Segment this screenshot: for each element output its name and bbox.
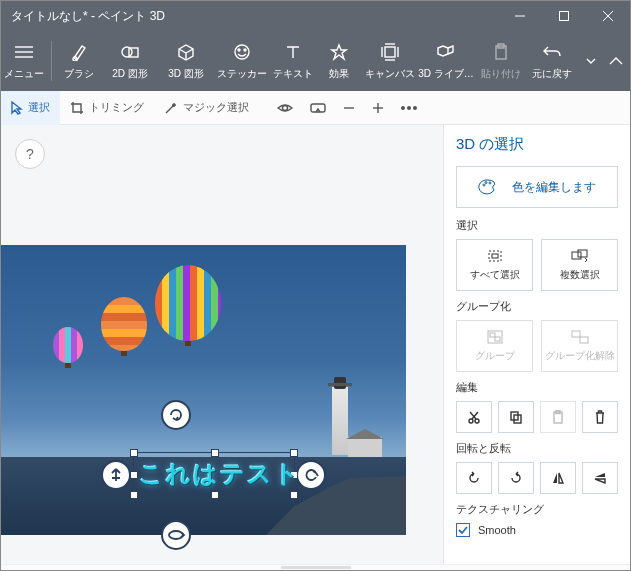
section-select-label: 選択 — [456, 218, 618, 233]
rotate-right-icon — [509, 471, 523, 485]
palette-icon — [478, 178, 498, 196]
section-rotate-label: 回転と反転 — [456, 441, 618, 456]
ribbon-more-dropdown[interactable] — [580, 31, 602, 91]
resize-handle-w[interactable] — [130, 471, 138, 479]
panel-title: 3D の選択 — [456, 135, 618, 154]
smooth-checkbox[interactable]: Smooth — [456, 523, 618, 537]
svg-point-27 — [414, 106, 417, 109]
depth-handle[interactable] — [101, 460, 131, 490]
tool-select[interactable]: 選択 — [1, 91, 60, 125]
ribbon-3d-shapes[interactable]: 3D 図形 — [158, 31, 214, 91]
ribbon-stickers[interactable]: ステッカー — [214, 31, 270, 91]
svg-point-41 — [469, 419, 473, 423]
tool-mixed-reality[interactable] — [310, 102, 326, 114]
svg-point-28 — [169, 531, 183, 539]
cut-button[interactable] — [456, 401, 492, 433]
rotate-left-button[interactable] — [456, 462, 492, 494]
ribbon: メニュー ブラシ 2D 図形 3D 図形 ステッカー テキスト 効果 — [1, 31, 630, 91]
paste-icon — [493, 41, 509, 63]
resize-handle-n[interactable] — [211, 449, 219, 457]
resize-handle-sw[interactable] — [130, 491, 138, 499]
rotate-x-handle[interactable] — [161, 400, 191, 430]
delete-button[interactable] — [582, 401, 618, 433]
undo-icon — [543, 41, 561, 63]
bottom-scrollbar[interactable] — [1, 564, 630, 570]
svg-rect-38 — [495, 337, 500, 341]
side-panel: 3D の選択 色を編集します 選択 すべて選択 複数選択 グループ化 — [444, 125, 630, 564]
resize-handle-nw[interactable] — [130, 449, 138, 457]
ribbon-undo[interactable]: 元に戻す — [524, 31, 580, 91]
shapes3d-icon — [177, 41, 195, 63]
tool-zoom-in[interactable] — [372, 102, 384, 114]
svg-point-30 — [485, 182, 487, 184]
canvas-icon — [381, 41, 399, 63]
ribbon-3d-library[interactable]: 3D ライブ… — [418, 31, 474, 91]
flip-horizontal-button[interactable] — [540, 462, 576, 494]
tool-magic-select[interactable]: マジック選択 — [154, 91, 259, 125]
select-all-label: すべて選択 — [470, 268, 520, 282]
ribbon-paste-label: 貼り付け — [481, 67, 521, 81]
ribbon-3d-label: 3D 図形 — [168, 67, 204, 81]
minimize-button[interactable] — [498, 1, 542, 31]
copy-button[interactable] — [498, 401, 534, 433]
svg-rect-33 — [492, 254, 498, 258]
tool-3d-view[interactable] — [277, 101, 293, 115]
paste-button — [540, 401, 576, 433]
ungroup-label: グループ化解除 — [545, 349, 615, 363]
help-button[interactable]: ? — [15, 139, 45, 169]
ribbon-brush[interactable]: ブラシ — [56, 31, 102, 91]
canvas-image[interactable]: これはテスト — [1, 245, 406, 535]
tool-zoom-out[interactable] — [343, 102, 355, 114]
ribbon-canvas[interactable]: キャンバス — [362, 31, 418, 91]
trash-icon — [594, 410, 606, 424]
ribbon-text[interactable]: テキスト — [270, 31, 316, 91]
svg-point-26 — [408, 106, 411, 109]
svg-rect-13 — [385, 47, 395, 57]
window-title: タイトルなし* - ペイント 3D — [1, 8, 498, 25]
ribbon-menu[interactable]: メニュー — [1, 31, 47, 91]
rotate-y-handle[interactable] — [161, 520, 191, 550]
resize-handle-se[interactable] — [290, 491, 298, 499]
cut-icon — [467, 410, 481, 424]
ribbon-effects-label: 効果 — [329, 67, 349, 81]
canvas-area[interactable]: ? — [1, 125, 444, 564]
smooth-label: Smooth — [478, 524, 516, 536]
svg-rect-35 — [578, 250, 587, 257]
ribbon-effects[interactable]: 効果 — [316, 31, 362, 91]
select-all-button[interactable]: すべて選択 — [456, 239, 533, 291]
tool-more[interactable] — [401, 106, 417, 110]
svg-rect-40 — [580, 337, 588, 343]
3d-text-object[interactable]: これはテスト — [139, 458, 301, 490]
lib3d-icon — [436, 41, 456, 63]
tool-magic-label: マジック選択 — [183, 100, 249, 115]
ribbon-brush-label: ブラシ — [64, 67, 94, 81]
flip-vertical-button[interactable] — [582, 462, 618, 494]
resize-handle-ne[interactable] — [290, 449, 298, 457]
maximize-button[interactable] — [542, 1, 586, 31]
flip-v-icon — [593, 471, 607, 485]
resize-handle-s[interactable] — [211, 491, 219, 499]
balloon-small — [53, 327, 83, 368]
select-all-icon — [487, 249, 503, 263]
chevron-up-icon — [609, 50, 623, 72]
close-button[interactable] — [586, 1, 630, 31]
tool-crop[interactable]: トリミング — [60, 91, 154, 125]
balloon-large — [155, 265, 221, 346]
svg-rect-37 — [490, 333, 495, 337]
ribbon-collapse[interactable] — [602, 31, 630, 91]
menu-icon — [15, 41, 33, 63]
edit-color-button[interactable]: 色を編集します — [456, 166, 618, 208]
tool-crop-label: トリミング — [89, 100, 144, 115]
ribbon-stickers-label: ステッカー — [217, 67, 267, 81]
paste-icon — [552, 410, 564, 424]
ribbon-2d-shapes[interactable]: 2D 図形 — [102, 31, 158, 91]
section-group-label: グループ化 — [456, 299, 618, 314]
rotate-right-button[interactable] — [498, 462, 534, 494]
svg-rect-34 — [572, 252, 581, 259]
svg-point-42 — [475, 419, 479, 423]
effects-icon — [330, 41, 348, 63]
ribbon-text-label: テキスト — [273, 67, 313, 81]
multiselect-button[interactable]: 複数選択 — [541, 239, 618, 291]
brush-icon — [71, 41, 87, 63]
balloon-medium — [101, 297, 147, 356]
